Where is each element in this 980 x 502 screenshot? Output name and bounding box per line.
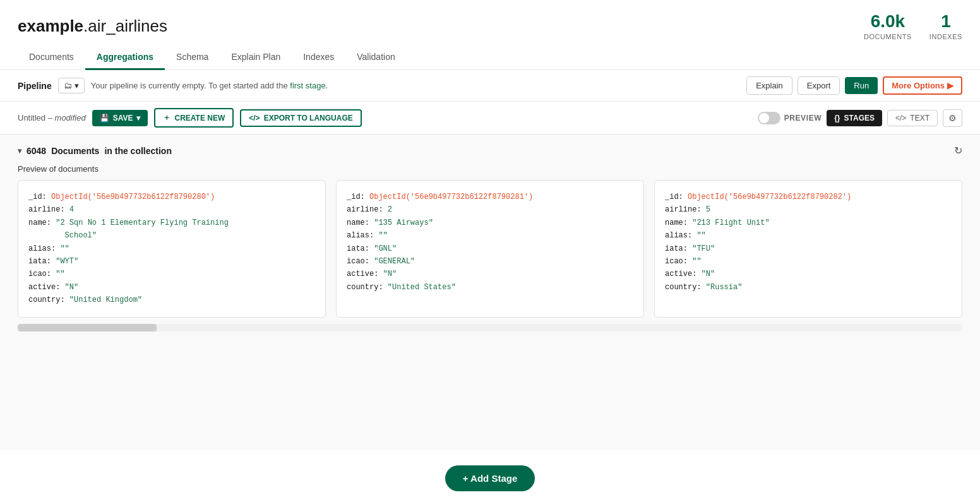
field-icao-2: icao: "GENERAL" — [347, 255, 633, 268]
field-country-1: country: "United Kingdom" — [28, 294, 315, 306]
documents-label: DOCUMENTS — [864, 33, 912, 40]
explain-button[interactable]: Explain — [746, 76, 792, 95]
folder-icon: 🗂 — [64, 81, 72, 90]
text-view-icon: </> — [895, 114, 906, 123]
field-id-1: _id: ObjectId('56e9b497732b6122f8790280'… — [28, 191, 315, 203]
field-active-1: active: "N" — [28, 281, 315, 294]
tab-schema[interactable]: Schema — [165, 45, 220, 70]
field-id-3: _id: ObjectId('56e9b497732b6122f8790282'… — [665, 191, 952, 203]
pipeline-name-label: Untitled – modified — [18, 113, 86, 123]
field-iata-3: iata: "TFU" — [665, 242, 952, 255]
stages-button[interactable]: {} STAGES — [827, 110, 882, 126]
field-active-3: active: "N" — [665, 268, 952, 280]
collapse-chevron-icon[interactable]: ▾ — [18, 146, 21, 155]
collection-count-title: ▾ 6048 Documents in the collection — [18, 146, 172, 156]
field-icao-3: icao: "" — [665, 255, 952, 268]
documents-stat: 6.0k DOCUMENTS — [864, 11, 912, 40]
docs-label: Documents — [51, 146, 99, 156]
field-country-3: country: "Russia" — [665, 281, 952, 294]
collection-name: air_airlines — [88, 16, 167, 35]
chevron-down-icon: ▾ — [75, 81, 79, 90]
more-options-button[interactable]: More Options ▶ — [883, 76, 962, 95]
field-active-2: active: "N" — [347, 268, 633, 280]
field-country-2: country: "United States" — [347, 281, 633, 294]
tab-validation[interactable]: Validation — [345, 45, 406, 70]
pipeline-toolbar: Pipeline 🗂 ▾ Your pipeline is currently … — [0, 70, 980, 102]
indexes-stat: 1 INDEXES — [929, 11, 962, 40]
add-stage-button[interactable]: + Add Stage — [445, 465, 535, 491]
toolbar-right: Explain Export Run More Options ▶ — [746, 76, 962, 95]
db-name: example — [18, 16, 83, 35]
scrollbar-thumb[interactable] — [18, 324, 157, 332]
header-stats: 6.0k DOCUMENTS 1 INDEXES — [864, 11, 962, 40]
indexes-label: INDEXES — [929, 33, 962, 40]
toggle-knob — [759, 113, 769, 123]
create-new-button[interactable]: ＋ CREATE NEW — [154, 108, 234, 128]
field-airline-1: airline: 4 — [28, 203, 315, 216]
chevron-right-icon: ▶ — [947, 81, 953, 90]
doc-count: 6048 — [27, 146, 46, 156]
field-airline-2: airline: 2 — [347, 203, 633, 216]
field-icao-1: icao: "" — [28, 268, 315, 280]
field-name-2: name: "135 Airways" — [347, 217, 633, 229]
preview-toggle[interactable] — [758, 112, 780, 124]
refresh-button[interactable]: ↻ — [954, 145, 962, 157]
save-icon: 💾 — [100, 114, 109, 123]
field-alias-2: alias: "" — [347, 229, 633, 242]
document-card-1: _id: ObjectId('56e9b497732b6122f8790280'… — [18, 180, 326, 318]
text-view-button[interactable]: </> TEXT — [887, 110, 938, 126]
document-card-2: _id: ObjectId('56e9b497732b6122f8790281'… — [336, 180, 644, 318]
export-button[interactable]: Export — [798, 76, 840, 95]
field-name-1: name: "2 Sqn No 1 Elementary Flying Trai… — [28, 217, 315, 242]
first-stage-link[interactable]: first stage. — [290, 81, 328, 90]
pipeline-subbar: Untitled – modified 💾 SAVE ▾ ＋ CREATE NE… — [0, 102, 980, 134]
field-name-3: name: "213 Flight Unit" — [665, 217, 952, 229]
document-cards: _id: ObjectId('56e9b497732b6122f8790280'… — [18, 180, 962, 318]
save-button[interactable]: 💾 SAVE ▾ — [92, 110, 148, 126]
pipeline-folder-button[interactable]: 🗂 ▾ — [58, 78, 85, 93]
bottom-actions: + Add Stage Learn more about aggregation… — [0, 450, 980, 502]
indexes-count: 1 — [929, 11, 962, 32]
more-options-label: More Options — [892, 81, 945, 90]
stages-icon: {} — [834, 114, 840, 123]
pipeline-label: Pipeline — [18, 81, 52, 91]
toolbar-left: Pipeline 🗂 ▾ Your pipeline is currently … — [18, 78, 328, 93]
horizontal-scrollbar[interactable] — [18, 324, 962, 332]
settings-button[interactable]: ⚙ — [943, 109, 962, 127]
field-airline-3: airline: 5 — [665, 203, 952, 216]
subbar-left: Untitled – modified 💾 SAVE ▾ ＋ CREATE NE… — [18, 108, 362, 128]
field-iata-2: iata: "GNL" — [347, 242, 633, 255]
tab-indexes[interactable]: Indexes — [292, 45, 345, 70]
documents-count: 6.0k — [864, 11, 912, 32]
plus-icon: ＋ — [163, 112, 170, 123]
pipeline-hint: Your pipeline is currently empty. To get… — [91, 81, 328, 90]
field-alias-3: alias: "" — [665, 229, 952, 242]
collection-header: ▾ 6048 Documents in the collection ↻ — [18, 145, 962, 157]
document-card-3: _id: ObjectId('56e9b497732b6122f8790282'… — [654, 180, 962, 318]
collection-title: example.air_airlines — [18, 16, 167, 36]
tab-documents[interactable]: Documents — [18, 45, 85, 70]
page-header: example.air_airlines 6.0k DOCUMENTS 1 IN… — [0, 0, 980, 45]
main-tabs: Documents Aggregations Schema Explain Pl… — [0, 45, 980, 70]
subbar-right: PREVIEW {} STAGES </> TEXT ⚙ — [758, 109, 962, 127]
in-collection-label: in the collection — [104, 146, 172, 156]
main-content: ▾ 6048 Documents in the collection ↻ Pre… — [0, 134, 980, 450]
field-id-2: _id: ObjectId('56e9b497732b6122f8790281'… — [347, 191, 633, 203]
tab-aggregations[interactable]: Aggregations — [85, 45, 165, 70]
run-button[interactable]: Run — [845, 77, 878, 94]
field-iata-1: iata: "WYT" — [28, 255, 315, 268]
export-to-language-button[interactable]: </> EXPORT TO LANGUAGE — [240, 109, 361, 127]
code-icon: </> — [249, 114, 260, 123]
tab-explain-plan[interactable]: Explain Plan — [220, 45, 292, 70]
save-chevron-icon: ▾ — [136, 114, 140, 123]
field-alias-1: alias: "" — [28, 242, 315, 255]
preview-label: PREVIEW — [784, 114, 822, 123]
preview-toggle-group: PREVIEW — [758, 112, 822, 124]
preview-of-documents-label: Preview of documents — [18, 164, 962, 174]
